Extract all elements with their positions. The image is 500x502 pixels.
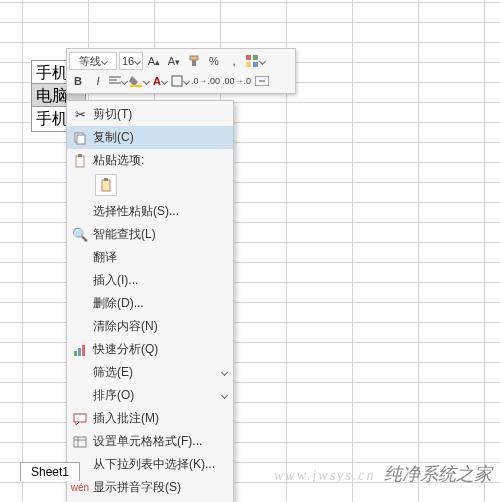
border-icon[interactable] bbox=[171, 72, 189, 90]
watermark: www.jwsys.cn 纯净系统之家 bbox=[274, 462, 492, 486]
menu-quick-analyze[interactable]: 快速分析(Q) bbox=[67, 338, 233, 361]
menu-translate[interactable]: 翻译 bbox=[67, 246, 233, 269]
menu-filter[interactable]: 筛选(E) bbox=[67, 361, 233, 384]
menu-paste-options: 粘贴选项: bbox=[67, 149, 233, 172]
font-name-select[interactable]: 等线 bbox=[69, 52, 117, 70]
menu-comment[interactable]: 插入批注(M) bbox=[67, 407, 233, 430]
fill-color-icon[interactable] bbox=[129, 72, 149, 90]
copy-icon bbox=[67, 128, 93, 148]
menu-cut[interactable]: ✂ 剪切(T) bbox=[67, 103, 233, 126]
mini-toolbar: 等线 16 A▴ A▾ % , B I A .0→.00 .00→.0 bbox=[66, 48, 296, 94]
increase-decimal-icon[interactable]: .0→.00 bbox=[191, 72, 220, 90]
cell-value: 手机 bbox=[36, 64, 68, 81]
search-icon: 🔍 bbox=[67, 225, 93, 245]
cell-value: 手机 bbox=[36, 110, 68, 127]
menu-copy[interactable]: 复制(C) bbox=[67, 126, 233, 149]
svg-rect-3 bbox=[253, 55, 258, 60]
svg-rect-9 bbox=[130, 85, 142, 87]
merge-icon[interactable] bbox=[253, 72, 271, 90]
bold-button[interactable]: B bbox=[69, 72, 87, 90]
svg-rect-22 bbox=[74, 414, 86, 422]
scissors-icon: ✂ bbox=[67, 105, 93, 125]
decrease-decimal-icon[interactable]: .00→.0 bbox=[222, 72, 251, 90]
font-color-icon[interactable]: A bbox=[151, 72, 169, 90]
paste-default-icon[interactable] bbox=[95, 174, 117, 196]
comment-icon bbox=[67, 409, 93, 429]
menu-format-cells[interactable]: 设置单元格格式(F)... bbox=[67, 430, 233, 453]
sheet-tabs: Sheet1 bbox=[20, 460, 80, 482]
menu-delete[interactable]: 删除(D)... bbox=[67, 292, 233, 315]
menu-insert[interactable]: 插入(I)... bbox=[67, 269, 233, 292]
svg-rect-15 bbox=[76, 156, 84, 167]
decrease-font-icon[interactable]: A▾ bbox=[165, 52, 183, 70]
svg-rect-19 bbox=[74, 351, 77, 356]
svg-rect-14 bbox=[77, 135, 85, 144]
watermark-url: www.jwsys.cn bbox=[274, 468, 376, 483]
svg-rect-16 bbox=[78, 154, 82, 157]
menu-from-dropdown[interactable]: 从下拉列表中选择(K)... bbox=[67, 453, 233, 476]
menu-smart-find[interactable]: 🔍 智能查找(L) bbox=[67, 223, 233, 246]
align-icon[interactable] bbox=[109, 72, 127, 90]
italic-button[interactable]: I bbox=[89, 72, 107, 90]
svg-rect-20 bbox=[78, 348, 81, 356]
svg-rect-21 bbox=[82, 345, 85, 356]
svg-rect-18 bbox=[104, 178, 108, 181]
svg-rect-0 bbox=[190, 56, 198, 60]
sheet-tab-1[interactable]: Sheet1 bbox=[20, 462, 80, 481]
menu-paste-special[interactable]: 选择性粘贴(S)... bbox=[67, 200, 233, 223]
format-cells-icon bbox=[67, 432, 93, 452]
chevron-right-icon bbox=[221, 392, 228, 399]
menu-sort[interactable]: 排序(O) bbox=[67, 384, 233, 407]
svg-rect-10 bbox=[172, 76, 182, 86]
format-painter-icon[interactable] bbox=[185, 52, 203, 70]
increase-font-icon[interactable]: A▴ bbox=[145, 52, 163, 70]
svg-rect-5 bbox=[253, 62, 258, 67]
context-menu: ✂ 剪切(T) 复制(C) 粘贴选项: 选择性粘贴(S)... 🔍 智能查找(L… bbox=[66, 100, 234, 502]
svg-rect-2 bbox=[246, 55, 251, 60]
chevron-right-icon bbox=[221, 369, 228, 376]
comma-style-icon[interactable]: , bbox=[225, 52, 243, 70]
cell-value: 电脑 bbox=[36, 87, 68, 104]
menu-clear[interactable]: 清除内容(N) bbox=[67, 315, 233, 338]
watermark-text: 纯净系统之家 bbox=[384, 464, 492, 484]
menu-show-pinyin[interactable]: wén 显示拼音字段(S) bbox=[67, 476, 233, 499]
quick-analyze-icon bbox=[67, 340, 93, 360]
svg-rect-17 bbox=[102, 180, 110, 191]
svg-rect-23 bbox=[74, 437, 86, 447]
font-size-select[interactable]: 16 bbox=[119, 52, 143, 70]
conditional-format-icon[interactable] bbox=[245, 52, 265, 70]
svg-rect-4 bbox=[246, 62, 251, 67]
percent-icon[interactable]: % bbox=[205, 52, 223, 70]
svg-rect-1 bbox=[192, 60, 196, 66]
clipboard-icon bbox=[67, 151, 93, 171]
